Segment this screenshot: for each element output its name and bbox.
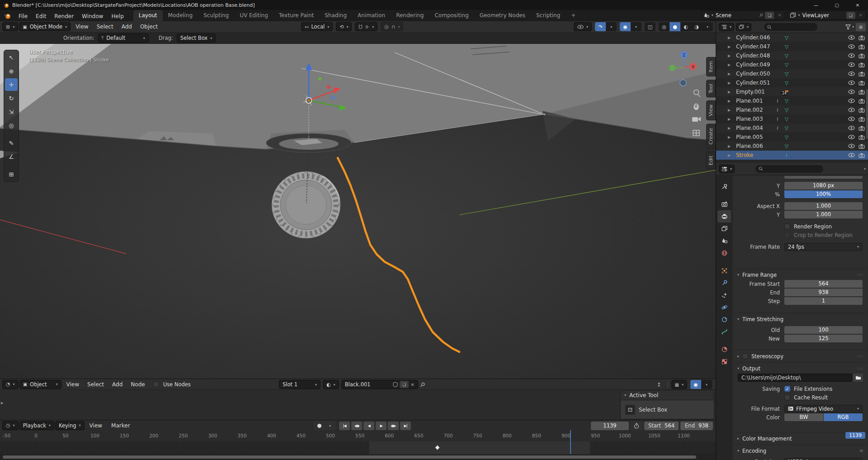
outliner-row[interactable]: ▶ Plane.006 ▽ <box>716 142 868 151</box>
object-name[interactable]: Plane.006 <box>736 143 773 149</box>
playback-button[interactable]: ▶| <box>400 422 411 430</box>
expand-arrow-icon[interactable]: ▶ <box>728 81 736 85</box>
xray-toggle-button[interactable]: ◫ <box>645 22 656 31</box>
color-bw-button[interactable]: BW <box>784 413 823 421</box>
scene-selector[interactable]: ▾ Scene ⚲ ❏ ✕ <box>701 10 785 20</box>
stereoscopy-checkbox[interactable] <box>742 353 748 359</box>
playback-button[interactable]: ▶ <box>376 422 387 430</box>
use-nodes-checkbox[interactable] <box>153 381 159 387</box>
workspace-tab[interactable]: Shading <box>319 10 352 21</box>
filter-dropdown[interactable]: ▾ <box>845 24 854 29</box>
tab-particles[interactable] <box>717 289 731 301</box>
object-name[interactable]: Cylinder.049 <box>736 62 773 68</box>
object-name[interactable]: Empty.001 <box>736 89 773 95</box>
browse-folder-button[interactable] <box>853 374 863 382</box>
maximize-button[interactable]: ▢ <box>826 0 847 10</box>
render-camera-icon[interactable] <box>859 35 865 40</box>
copy-material-icon[interactable]: ❏ <box>400 381 409 388</box>
outliner-row[interactable]: ▶ Cylinder.051 ▽ <box>716 78 868 87</box>
display-mode-dropdown[interactable]: ▾ <box>736 23 751 31</box>
scene-name[interactable]: Scene <box>716 12 757 19</box>
frame-end-field[interactable]: 938 <box>784 289 863 296</box>
object-name[interactable]: Plane.001 <box>736 98 773 104</box>
visibility-dropdown[interactable]: ▾ <box>574 22 592 31</box>
timeline-ruler[interactable]: -500501001502002503003504004505005506006… <box>0 431 716 441</box>
mode-dropdown[interactable]: ▣Object Mode▾ <box>19 22 71 31</box>
object-name[interactable]: Cylinder.047 <box>736 43 773 50</box>
workspace-tab[interactable]: UV Editing <box>234 10 274 21</box>
outliner-editor-type-button[interactable]: ▾ <box>719 23 734 31</box>
outliner-row[interactable]: ▶ Empty.001 ▼24 <box>716 87 868 96</box>
playback-button[interactable]: ◀◆ <box>351 422 362 430</box>
playback-button[interactable]: ◀ <box>363 422 374 430</box>
tool-button[interactable]: ⇲ <box>5 105 18 118</box>
render-camera-icon[interactable] <box>859 71 865 76</box>
tool-button[interactable]: ◎ <box>5 119 18 132</box>
remove-icon[interactable]: ✕ <box>858 13 864 18</box>
new-field[interactable]: 125 <box>784 335 863 342</box>
material-name-field[interactable]: Black.001 ❏ ✕ <box>341 380 418 389</box>
outliner-row[interactable]: ▶ Stroke ≀ <box>716 151 868 160</box>
resolution-percent-field[interactable]: 100% <box>784 190 863 198</box>
node-menu-item[interactable]: Node <box>127 381 149 388</box>
sidebar-tab[interactable]: Item <box>706 57 716 76</box>
render-camera-icon[interactable] <box>859 126 865 131</box>
outliner-row[interactable]: ▶ Plane.003 ≀ ▽ <box>716 114 868 123</box>
rendered-shading-button[interactable]: ◑ <box>691 22 702 31</box>
workspace-tab[interactable]: Scripting <box>531 10 566 21</box>
output-header[interactable]: ▾Output∷∷ <box>733 363 868 374</box>
viewport-menu-item[interactable]: Object <box>136 24 162 30</box>
workspace-tab[interactable]: Modeling <box>163 10 198 21</box>
workspace-tab[interactable]: Animation <box>352 10 391 21</box>
render-camera-icon[interactable] <box>859 153 865 158</box>
parent-node-tree-button[interactable]: ↥ <box>654 380 665 389</box>
toolbar-expand-icon[interactable]: ▸ <box>1 400 4 406</box>
playback-dropdown[interactable]: Playback▾ <box>19 421 54 430</box>
render-camera-icon[interactable] <box>859 108 865 113</box>
tab-modifiers[interactable] <box>717 277 731 289</box>
sidebar-tab[interactable]: View <box>706 100 716 120</box>
shading-dropdown[interactable]: ▾ <box>702 22 713 31</box>
tab-render[interactable] <box>717 198 731 210</box>
timeline-view-menu[interactable]: View <box>85 422 106 429</box>
unlink-icon[interactable]: ✕ <box>776 13 783 18</box>
show-overlays-button[interactable]: ◉ <box>620 22 631 31</box>
properties-search-input[interactable] <box>755 165 823 173</box>
fake-user-shield-icon[interactable] <box>393 382 398 387</box>
tab-output[interactable] <box>717 210 731 223</box>
expand-arrow-icon[interactable]: ▶ <box>728 135 736 139</box>
tab-object[interactable] <box>717 265 731 277</box>
workspace-tab[interactable]: Compositing <box>429 10 474 21</box>
drag-dots-icon[interactable]: ∷∷ <box>858 273 863 277</box>
tool-button[interactable]: ⊞ <box>5 168 18 180</box>
tab-material[interactable] <box>717 343 731 356</box>
frame-rate-dropdown[interactable]: 24 fps▾ <box>784 243 863 251</box>
expand-arrow-icon[interactable]: ▶ <box>728 99 736 103</box>
node-overlays-button[interactable]: ◉ <box>690 380 701 389</box>
hide-eye-icon[interactable] <box>848 99 855 103</box>
tab-tool[interactable] <box>717 180 731 193</box>
orientation-gizmo-dropdown[interactable]: ⟲▾ <box>336 22 352 31</box>
unlink-material-icon[interactable]: ✕ <box>410 382 414 387</box>
menu-item[interactable]: Help <box>107 11 127 21</box>
render-camera-icon[interactable] <box>859 53 865 58</box>
outliner-scrollbar[interactable] <box>866 89 868 139</box>
render-region-checkbox[interactable] <box>784 223 790 229</box>
overlays-dropdown[interactable]: ▾ <box>631 22 642 31</box>
hide-eye-icon[interactable] <box>848 35 855 40</box>
workspace-tab[interactable]: Sculpting <box>198 10 234 21</box>
pin-icon[interactable]: ⚲ <box>419 380 426 388</box>
hide-eye-icon[interactable] <box>848 153 855 157</box>
material-browse-dropdown[interactable]: ◐▾ <box>323 380 339 389</box>
viewport-canvas[interactable]: Z X User Perspective (1139) Scene Collec… <box>0 44 716 379</box>
orientation-dropdown[interactable]: ⤒Default▾ <box>98 33 149 43</box>
expand-arrow-icon[interactable]: ▶ <box>728 153 736 157</box>
viewlayer-selector[interactable]: ▾ ViewLayer ❏ ✕ <box>788 10 866 20</box>
stereoscopy-header[interactable]: ▸Stereoscopy∷∷ <box>733 351 868 361</box>
object-name[interactable]: Plane.002 <box>736 107 773 113</box>
timeline-scrollbar[interactable] <box>3 455 696 459</box>
crop-region-checkbox[interactable] <box>784 232 790 238</box>
playback-button[interactable]: ◆▶ <box>388 422 399 430</box>
color-rgb-button[interactable]: RGB <box>824 413 863 421</box>
hide-eye-icon[interactable] <box>848 108 855 112</box>
